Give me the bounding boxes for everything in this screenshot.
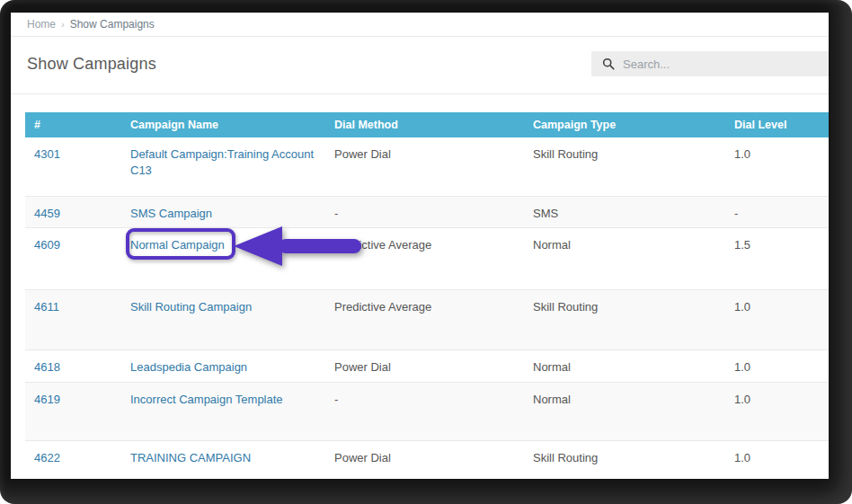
dial-method-cell: - (325, 382, 524, 440)
dial-method-cell: Power Dial (325, 137, 524, 196)
campaign-id-link[interactable]: 4622 (34, 451, 60, 464)
campaign-type-cell: Normal (524, 227, 725, 289)
page-header: Show Campaigns (11, 37, 829, 94)
campaign-type-cell: Skill Routing (524, 440, 725, 479)
table-row: 4611 Skill Routing Campaign Predictive A… (25, 289, 829, 349)
search-box[interactable] (591, 51, 829, 76)
campaign-type-cell: Normal (524, 349, 725, 382)
page-title: Show Campaigns (27, 55, 156, 74)
breadcrumb-separator: › (61, 19, 65, 30)
column-header-campaign-type: Campaign Type (524, 112, 725, 137)
campaign-type-cell: Skill Routing (524, 137, 725, 196)
dial-level-cell: - (725, 196, 829, 227)
search-icon (602, 57, 615, 70)
campaign-id-link[interactable]: 4609 (34, 238, 60, 252)
dial-level-cell: 1.5 (725, 227, 829, 289)
campaigns-table-wrap: # Campaign Name Dial Method Campaign Typ… (25, 112, 829, 479)
annotation-arrow-icon (226, 219, 379, 278)
campaign-name-link[interactable]: Default Campaign:Training Account C13 (130, 147, 314, 177)
dial-level-cell: 1.0 (725, 137, 829, 196)
campaigns-table: # Campaign Name Dial Method Campaign Typ… (25, 112, 829, 479)
dial-method-cell: Power Dial (325, 349, 524, 382)
table-row: 4618 Leadspedia Campaign Power Dial Norm… (25, 349, 829, 382)
campaign-type-cell: SMS (524, 196, 725, 227)
campaign-name-link[interactable]: TRAINING CAMPAIGN (130, 451, 251, 464)
column-header-dial-level: Dial Level (725, 112, 829, 137)
annotation-highlight-box (126, 228, 235, 260)
campaign-name-link[interactable]: Incorrect Campaign Template (130, 393, 283, 406)
column-header-dial-method: Dial Method (325, 112, 524, 137)
campaign-name-link[interactable]: Skill Routing Campaign (130, 300, 252, 314)
dial-method-cell: Power Dial (325, 440, 524, 479)
search-input[interactable] (623, 57, 803, 71)
breadcrumb-home-link[interactable]: Home (27, 18, 56, 31)
campaign-type-cell: Skill Routing (524, 289, 725, 349)
table-row: 4619 Incorrect Campaign Template - Norma… (25, 382, 829, 440)
app-content: Home›Show Campaigns Show Campaigns # Cam… (11, 13, 829, 479)
dial-level-cell: 1.0 (725, 440, 829, 479)
campaign-name-link[interactable]: SMS Campaign (130, 207, 212, 220)
breadcrumb-current: Show Campaigns (70, 18, 155, 31)
breadcrumb: Home›Show Campaigns (11, 13, 829, 37)
campaign-id-link[interactable]: 4459 (34, 207, 60, 220)
campaign-name-link[interactable]: Leadspedia Campaign (130, 360, 247, 374)
table-row: 4459 SMS Campaign - SMS - (25, 196, 829, 227)
campaign-type-cell: Normal (524, 382, 725, 440)
dial-level-cell: 1.0 (725, 349, 829, 382)
column-header-id: # (25, 112, 121, 137)
campaign-id-link[interactable]: 4611 (34, 300, 59, 314)
dial-level-cell: 1.0 (725, 289, 829, 349)
campaign-id-link[interactable]: 4619 (34, 393, 60, 406)
table-header-row: # Campaign Name Dial Method Campaign Typ… (25, 112, 829, 137)
dial-method-cell: Predictive Average (325, 289, 524, 349)
table-row: 4301 Default Campaign:Training Account C… (25, 137, 829, 196)
campaign-id-link[interactable]: 4618 (34, 360, 60, 374)
column-header-campaign-name: Campaign Name (121, 112, 325, 137)
dial-level-cell: 1.0 (725, 382, 829, 440)
table-row: 4622 TRAINING CAMPAIGN Power Dial Skill … (25, 440, 829, 479)
campaign-id-link[interactable]: 4301 (34, 147, 60, 161)
